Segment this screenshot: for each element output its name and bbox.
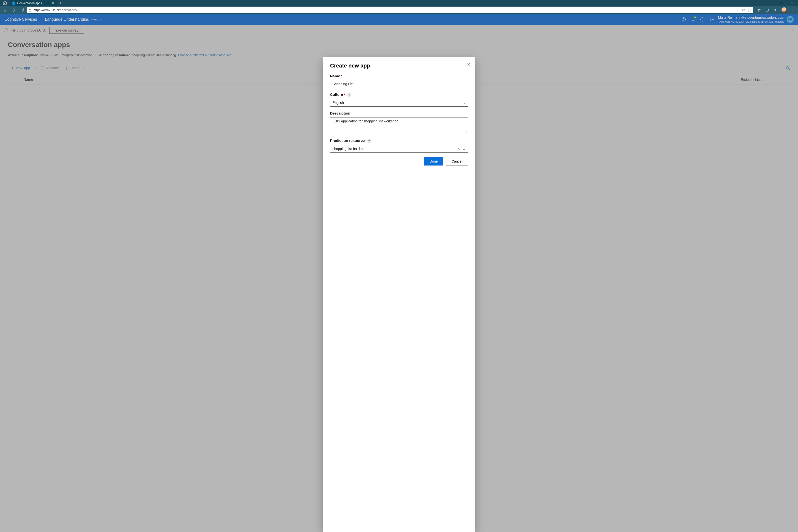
- prediction-label: Prediction resource?: [330, 138, 468, 143]
- svg-point-17: [794, 10, 794, 10]
- svg-point-23: [711, 19, 712, 20]
- description-input[interactable]: LUIS application for shopping list works…: [330, 117, 468, 133]
- svg-point-12: [775, 9, 776, 10]
- collections-button[interactable]: [763, 7, 772, 14]
- prediction-select[interactable]: shopping-list-bot-luis ✕ ⌄: [330, 145, 468, 153]
- app-icon: [0, 0, 10, 6]
- prediction-help-icon[interactable]: ?: [367, 139, 371, 143]
- description-label: Description: [330, 111, 468, 115]
- modal-close-icon[interactable]: ✕: [467, 61, 471, 67]
- window-titlebar: Conversation apps ✕ ＋: [0, 0, 798, 6]
- extensions-button[interactable]: [772, 7, 780, 14]
- svg-point-13: [776, 9, 777, 10]
- zoom-icon[interactable]: [742, 8, 745, 12]
- svg-line-5: [744, 11, 745, 12]
- settings-icon[interactable]: [707, 15, 717, 24]
- url-text: https://www.luis.ai/applications: [34, 8, 77, 12]
- window-close-button[interactable]: [787, 0, 798, 6]
- notifications-badge: 3: [693, 16, 697, 19]
- window-maximize-button[interactable]: [775, 0, 787, 6]
- svg-rect-0: [3, 1, 6, 4]
- nav-back-button[interactable]: [1, 7, 10, 14]
- lock-icon: [28, 8, 32, 12]
- region-label: - westus: [91, 18, 102, 21]
- svg-rect-3: [29, 10, 31, 11]
- user-avatar[interactable]: MR: [787, 16, 794, 23]
- app-header: Cognitive Services | Language Understand…: [0, 14, 798, 25]
- nav-forward-button[interactable]: [10, 7, 18, 14]
- svg-point-14: [775, 10, 776, 11]
- culture-select[interactable]: English ⌄: [330, 99, 468, 107]
- tab-close-icon[interactable]: ✕: [52, 1, 54, 5]
- nav-refresh-button[interactable]: [18, 7, 26, 14]
- new-tab-button[interactable]: ＋: [57, 0, 64, 6]
- notifications-icon[interactable]: 3: [688, 15, 698, 24]
- favorites-button[interactable]: [755, 7, 763, 14]
- user-info[interactable]: Malte.Reimann@studentambassadors.com AUT…: [718, 15, 784, 24]
- cancel-button[interactable]: Cancel: [446, 157, 468, 166]
- svg-rect-2: [780, 2, 782, 4]
- tab-favicon: [12, 1, 15, 5]
- brand-luis[interactable]: Language Understanding: [45, 17, 90, 22]
- svg-point-15: [791, 10, 792, 10]
- browser-tab[interactable]: Conversation apps ✕: [10, 0, 57, 6]
- profile-button[interactable]: [780, 7, 788, 14]
- window-controls: [764, 0, 798, 6]
- tab-title: Conversation apps: [17, 1, 42, 5]
- chevron-down-icon: ⌄: [463, 101, 466, 104]
- favorite-icon[interactable]: [748, 8, 751, 12]
- address-bar[interactable]: https://www.luis.ai/applications: [26, 7, 753, 13]
- browser-toolbar: https://www.luis.ai/applications: [0, 6, 798, 14]
- svg-point-19: [684, 20, 684, 21]
- svg-point-21: [702, 19, 702, 19]
- brand-cognitive-services[interactable]: Cognitive Services: [4, 17, 37, 22]
- feedback-icon[interactable]: [698, 15, 707, 24]
- done-button[interactable]: Done: [424, 157, 443, 166]
- svg-point-20: [701, 18, 704, 21]
- svg-point-16: [792, 10, 793, 10]
- window-minimize-button[interactable]: [764, 0, 775, 6]
- modal-overlay: Create new app ✕ Name* Culture*? English…: [0, 25, 798, 532]
- user-email: Malte.Reimann@studentambassadors.com: [718, 15, 784, 20]
- name-input[interactable]: [330, 80, 468, 88]
- chevron-down-icon: ⌄: [462, 147, 466, 151]
- clear-icon[interactable]: ✕: [457, 147, 460, 151]
- name-label: Name*: [330, 74, 468, 78]
- svg-point-22: [703, 19, 703, 19]
- culture-help-icon[interactable]: ?: [347, 93, 351, 97]
- create-app-modal: Create new app ✕ Name* Culture*? English…: [323, 57, 475, 532]
- culture-label: Culture*?: [330, 92, 468, 97]
- modal-title: Create new app: [330, 62, 468, 69]
- help-icon[interactable]: [679, 15, 688, 24]
- browser-menu-button[interactable]: [788, 7, 797, 14]
